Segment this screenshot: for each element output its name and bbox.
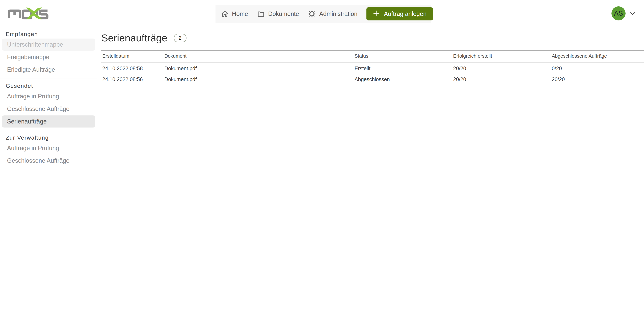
- cell-abgeschlossene-auftraege: 20/20: [551, 74, 644, 85]
- sidebar-item-serienauftraege[interactable]: Serienaufträge: [2, 115, 95, 127]
- table-row[interactable]: 24.10.2022 08:56 Dokument.pdf Abgeschlos…: [101, 74, 644, 85]
- cell-abgeschlossene-auftraege: 0/20: [551, 63, 644, 74]
- folder-icon: [257, 10, 265, 18]
- chevron-down-icon[interactable]: [630, 11, 636, 15]
- cell-dokument: Dokument.pdf: [163, 63, 354, 74]
- sidebar-item-auftraege-in-pruefung-verwaltung[interactable]: Aufträge in Prüfung: [2, 142, 95, 154]
- sidebar-item-geschlossene-auftraege-verwaltung[interactable]: Geschlossene Aufträge: [2, 155, 95, 167]
- cell-dokument: Dokument.pdf: [163, 74, 354, 85]
- title-row: Serienaufträge 2: [101, 33, 643, 43]
- cell-status: Abgeschlossen: [354, 74, 452, 85]
- column-header-dokument: Dokument: [163, 50, 354, 63]
- sidebar-section-gesendet: Gesendet Aufträge in Prüfung Geschlossen…: [0, 78, 97, 130]
- nav-item-dokumente[interactable]: Dokumente: [257, 10, 299, 18]
- create-order-button-label: Auftrag anlegen: [384, 10, 426, 17]
- logo-letter-m: [9, 11, 20, 18]
- column-header-status: Status: [354, 50, 452, 63]
- sidebar-item-geschlossene-auftraege-gesendet[interactable]: Geschlossene Aufträge: [2, 103, 95, 115]
- sidebar-item-freigabemappe[interactable]: Freigabemappe: [2, 51, 95, 63]
- sidebar-heading-empfangen: Empfangen: [0, 31, 97, 38]
- cell-erfolgreich-erstellt: 20/20: [452, 63, 551, 74]
- home-icon: [221, 10, 228, 18]
- cell-erfolgreich-erstellt: 20/20: [452, 74, 551, 85]
- sidebar-heading-zur-verwaltung: Zur Verwaltung: [0, 134, 97, 142]
- cell-erstelldatum: 24.10.2022 08:56: [101, 74, 163, 85]
- top-header: Home Dokumente: [0, 0, 644, 26]
- table-row[interactable]: 24.10.2022 08:58 Dokument.pdf Erstellt 2…: [101, 63, 644, 74]
- cell-erstelldatum: 24.10.2022 08:58: [101, 63, 163, 74]
- sidebar-item-erledigte-auftraege[interactable]: Erledigte Aufträge: [2, 64, 95, 76]
- moxis-logo[interactable]: [8, 7, 51, 20]
- nav-item-home[interactable]: Home: [221, 10, 248, 18]
- main-nav: Home Dokumente: [216, 5, 431, 23]
- avatar[interactable]: AS: [612, 6, 626, 20]
- column-header-erstelldatum: Erstelldatum: [101, 50, 163, 63]
- nav-item-label: Administration: [319, 10, 358, 17]
- app-window: Home Dokumente: [0, 0, 644, 313]
- sidebar-item-auftraege-in-pruefung-gesendet[interactable]: Aufträge in Prüfung: [2, 90, 95, 102]
- avatar-initials: AS: [614, 9, 623, 17]
- main-content: Serienaufträge 2 Erstelldatum Dokument S…: [98, 27, 643, 85]
- user-menu: AS: [612, 0, 636, 26]
- sidebar-section-zur-verwaltung: Zur Verwaltung Aufträge in Prüfung Gesch…: [0, 130, 97, 169]
- column-header-erfolgreich-erstellt: Erfolgreich erstellt: [452, 50, 551, 63]
- cell-status: Erstellt: [354, 63, 452, 74]
- logo-letter-s: [40, 11, 48, 18]
- column-header-abgeschlossene-auftraege: Abgeschlossene Aufträge: [551, 50, 644, 63]
- nav-item-label: Home: [232, 10, 248, 17]
- nav-item-label: Dokumente: [268, 10, 299, 17]
- sidebar-item-unterschriftenmappe[interactable]: Unterschriftenmappe: [2, 38, 95, 51]
- create-order-button[interactable]: Auftrag anlegen: [366, 7, 433, 20]
- gear-icon: [308, 10, 316, 18]
- serial-orders-table: Erstelldatum Dokument Status Erfolgreich…: [101, 50, 644, 85]
- nav-item-administration[interactable]: Administration: [308, 10, 358, 18]
- sidebar-section-empfangen: Empfangen Unterschriftenmappe Freigabema…: [0, 27, 97, 78]
- count-badge: 2: [174, 34, 186, 42]
- table-header-row: Erstelldatum Dokument Status Erfolgreich…: [101, 50, 644, 63]
- page-title: Serienaufträge: [101, 33, 167, 43]
- sidebar: Empfangen Unterschriftenmappe Freigabema…: [0, 27, 97, 170]
- plus-icon: [373, 10, 380, 18]
- sidebar-heading-gesendet: Gesendet: [0, 82, 97, 90]
